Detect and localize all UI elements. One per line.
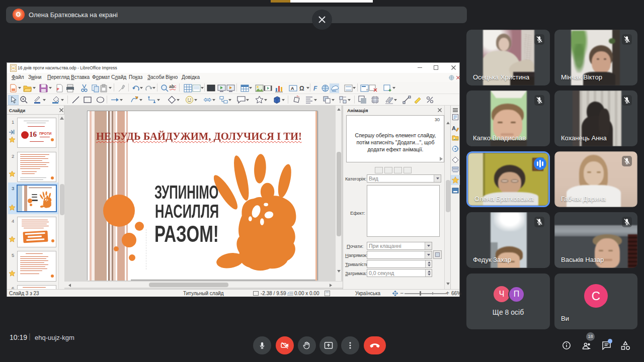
- svg-text:c: c: [174, 84, 177, 89]
- svg-text:F: F: [313, 85, 317, 92]
- svg-text:P: P: [57, 87, 59, 91]
- svg-text:Ω: Ω: [299, 85, 304, 92]
- svg-text:A: A: [291, 86, 294, 91]
- svg-text:A: A: [452, 125, 456, 131]
